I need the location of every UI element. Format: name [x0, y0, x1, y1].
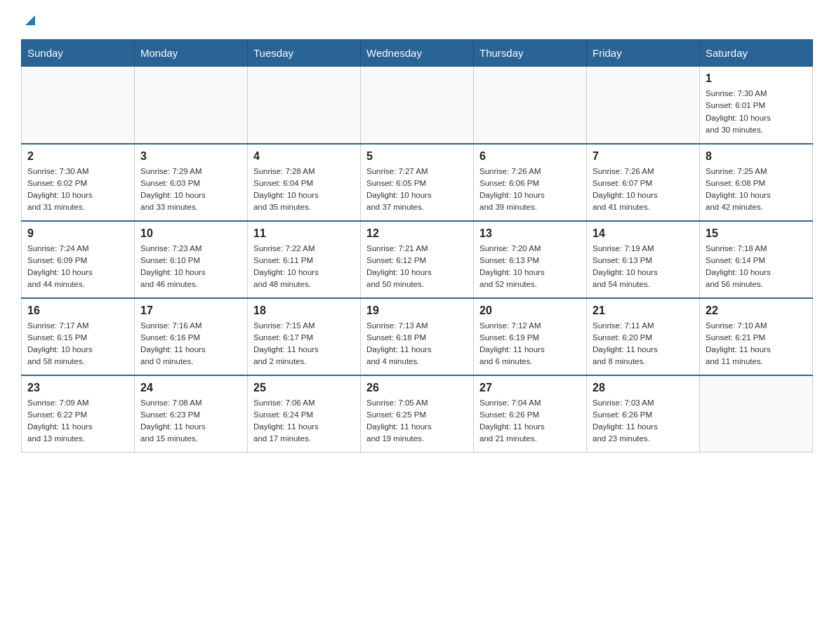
- day-info: Sunrise: 7:18 AM Sunset: 6:14 PM Dayligh…: [706, 243, 807, 291]
- day-info: Sunrise: 7:20 AM Sunset: 6:13 PM Dayligh…: [479, 243, 581, 291]
- calendar-cell: 22Sunrise: 7:10 AM Sunset: 6:21 PM Dayli…: [700, 298, 813, 375]
- day-info: Sunrise: 7:23 AM Sunset: 6:10 PM Dayligh…: [140, 243, 241, 291]
- calendar-day-header: Saturday: [700, 40, 813, 67]
- day-info: Sunrise: 7:12 AM Sunset: 6:19 PM Dayligh…: [479, 320, 581, 368]
- day-number: 20: [479, 304, 581, 317]
- day-number: 22: [706, 304, 807, 317]
- calendar-cell: 15Sunrise: 7:18 AM Sunset: 6:14 PM Dayli…: [700, 221, 813, 298]
- day-info: Sunrise: 7:26 AM Sunset: 6:07 PM Dayligh…: [593, 166, 694, 214]
- calendar-cell: 16Sunrise: 7:17 AM Sunset: 6:15 PM Dayli…: [22, 298, 135, 375]
- day-info: Sunrise: 7:09 AM Sunset: 6:22 PM Dayligh…: [27, 397, 128, 445]
- calendar-header-row: SundayMondayTuesdayWednesdayThursdayFrid…: [22, 40, 813, 67]
- calendar-cell: [135, 67, 248, 144]
- calendar-day-header: Thursday: [474, 40, 587, 67]
- day-number: 14: [593, 227, 694, 240]
- calendar-day-header: Monday: [135, 40, 248, 67]
- day-info: Sunrise: 7:16 AM Sunset: 6:16 PM Dayligh…: [140, 320, 241, 368]
- day-info: Sunrise: 7:11 AM Sunset: 6:20 PM Dayligh…: [593, 320, 694, 368]
- day-info: Sunrise: 7:30 AM Sunset: 6:02 PM Dayligh…: [27, 166, 128, 214]
- day-number: 1: [706, 72, 807, 85]
- day-info: Sunrise: 7:27 AM Sunset: 6:05 PM Dayligh…: [366, 166, 468, 214]
- day-number: 6: [479, 150, 581, 163]
- calendar-week-row: 2Sunrise: 7:30 AM Sunset: 6:02 PM Daylig…: [22, 144, 813, 221]
- day-info: Sunrise: 7:21 AM Sunset: 6:12 PM Dayligh…: [366, 243, 468, 291]
- calendar-cell: [474, 67, 587, 144]
- day-info: Sunrise: 7:10 AM Sunset: 6:21 PM Dayligh…: [706, 320, 807, 368]
- day-number: 2: [27, 150, 128, 163]
- day-number: 5: [366, 150, 468, 163]
- calendar-cell: 23Sunrise: 7:09 AM Sunset: 6:22 PM Dayli…: [22, 375, 135, 452]
- day-number: 25: [253, 382, 355, 394]
- calendar-cell: [587, 67, 700, 144]
- calendar-cell: 8Sunrise: 7:25 AM Sunset: 6:08 PM Daylig…: [700, 144, 813, 221]
- calendar-cell: 28Sunrise: 7:03 AM Sunset: 6:26 PM Dayli…: [587, 375, 700, 452]
- day-number: 9: [27, 227, 128, 240]
- day-number: 3: [140, 150, 241, 163]
- calendar-cell: 3Sunrise: 7:29 AM Sunset: 6:03 PM Daylig…: [135, 144, 248, 221]
- day-info: Sunrise: 7:28 AM Sunset: 6:04 PM Dayligh…: [253, 166, 355, 214]
- calendar-cell: 19Sunrise: 7:13 AM Sunset: 6:18 PM Dayli…: [361, 298, 474, 375]
- calendar-cell: 18Sunrise: 7:15 AM Sunset: 6:17 PM Dayli…: [248, 298, 361, 375]
- calendar-week-row: 1Sunrise: 7:30 AM Sunset: 6:01 PM Daylig…: [22, 67, 813, 144]
- calendar-day-header: Wednesday: [361, 40, 474, 67]
- logo: [21, 14, 38, 28]
- calendar-cell: 6Sunrise: 7:26 AM Sunset: 6:06 PM Daylig…: [474, 144, 587, 221]
- calendar-cell: 7Sunrise: 7:26 AM Sunset: 6:07 PM Daylig…: [587, 144, 700, 221]
- day-info: Sunrise: 7:19 AM Sunset: 6:13 PM Dayligh…: [593, 243, 694, 291]
- day-info: Sunrise: 7:30 AM Sunset: 6:01 PM Dayligh…: [706, 88, 807, 136]
- day-number: 16: [27, 304, 128, 317]
- calendar-cell: 21Sunrise: 7:11 AM Sunset: 6:20 PM Dayli…: [587, 298, 700, 375]
- page-header: [21, 14, 813, 28]
- calendar-cell: [22, 67, 135, 144]
- calendar-cell: [248, 67, 361, 144]
- calendar-cell: 14Sunrise: 7:19 AM Sunset: 6:13 PM Dayli…: [587, 221, 700, 298]
- calendar-day-header: Friday: [587, 40, 700, 67]
- calendar-week-row: 9Sunrise: 7:24 AM Sunset: 6:09 PM Daylig…: [22, 221, 813, 298]
- day-info: Sunrise: 7:06 AM Sunset: 6:24 PM Dayligh…: [253, 397, 355, 445]
- calendar-cell: 4Sunrise: 7:28 AM Sunset: 6:04 PM Daylig…: [248, 144, 361, 221]
- day-number: 18: [253, 304, 355, 317]
- calendar-cell: 17Sunrise: 7:16 AM Sunset: 6:16 PM Dayli…: [135, 298, 248, 375]
- day-number: 19: [366, 304, 468, 317]
- day-info: Sunrise: 7:29 AM Sunset: 6:03 PM Dayligh…: [140, 166, 241, 214]
- day-info: Sunrise: 7:22 AM Sunset: 6:11 PM Dayligh…: [253, 243, 355, 291]
- day-number: 21: [593, 304, 694, 317]
- day-info: Sunrise: 7:03 AM Sunset: 6:26 PM Dayligh…: [593, 397, 694, 445]
- calendar-cell: 26Sunrise: 7:05 AM Sunset: 6:25 PM Dayli…: [361, 375, 474, 452]
- calendar-cell: 10Sunrise: 7:23 AM Sunset: 6:10 PM Dayli…: [135, 221, 248, 298]
- day-number: 8: [706, 150, 807, 163]
- day-number: 12: [366, 227, 468, 240]
- svg-marker-0: [25, 15, 35, 25]
- day-number: 10: [140, 227, 241, 240]
- day-number: 28: [593, 382, 694, 394]
- calendar-cell: 13Sunrise: 7:20 AM Sunset: 6:13 PM Dayli…: [474, 221, 587, 298]
- day-number: 13: [479, 227, 581, 240]
- day-info: Sunrise: 7:13 AM Sunset: 6:18 PM Dayligh…: [366, 320, 468, 368]
- day-info: Sunrise: 7:15 AM Sunset: 6:17 PM Dayligh…: [253, 320, 355, 368]
- calendar-day-header: Tuesday: [248, 40, 361, 67]
- calendar-week-row: 23Sunrise: 7:09 AM Sunset: 6:22 PM Dayli…: [22, 375, 813, 452]
- day-info: Sunrise: 7:26 AM Sunset: 6:06 PM Dayligh…: [479, 166, 581, 214]
- calendar-cell: 27Sunrise: 7:04 AM Sunset: 6:26 PM Dayli…: [474, 375, 587, 452]
- calendar-cell: [361, 67, 474, 144]
- calendar-cell: 5Sunrise: 7:27 AM Sunset: 6:05 PM Daylig…: [361, 144, 474, 221]
- day-info: Sunrise: 7:17 AM Sunset: 6:15 PM Dayligh…: [27, 320, 128, 368]
- calendar-table: SundayMondayTuesdayWednesdayThursdayFrid…: [21, 39, 813, 452]
- day-info: Sunrise: 7:04 AM Sunset: 6:26 PM Dayligh…: [479, 397, 581, 445]
- calendar-cell: [700, 375, 813, 452]
- day-number: 11: [253, 227, 355, 240]
- day-number: 15: [706, 227, 807, 240]
- day-number: 23: [27, 382, 128, 394]
- day-info: Sunrise: 7:08 AM Sunset: 6:23 PM Dayligh…: [140, 397, 241, 445]
- day-info: Sunrise: 7:05 AM Sunset: 6:25 PM Dayligh…: [366, 397, 468, 445]
- calendar-cell: 11Sunrise: 7:22 AM Sunset: 6:11 PM Dayli…: [248, 221, 361, 298]
- day-number: 7: [593, 150, 694, 163]
- calendar-cell: 25Sunrise: 7:06 AM Sunset: 6:24 PM Dayli…: [248, 375, 361, 452]
- day-number: 26: [366, 382, 468, 394]
- calendar-week-row: 16Sunrise: 7:17 AM Sunset: 6:15 PM Dayli…: [22, 298, 813, 375]
- logo-triangle-icon: [22, 13, 38, 28]
- calendar-cell: 20Sunrise: 7:12 AM Sunset: 6:19 PM Dayli…: [474, 298, 587, 375]
- day-number: 17: [140, 304, 241, 317]
- day-number: 4: [253, 150, 355, 163]
- calendar-cell: 1Sunrise: 7:30 AM Sunset: 6:01 PM Daylig…: [700, 67, 813, 144]
